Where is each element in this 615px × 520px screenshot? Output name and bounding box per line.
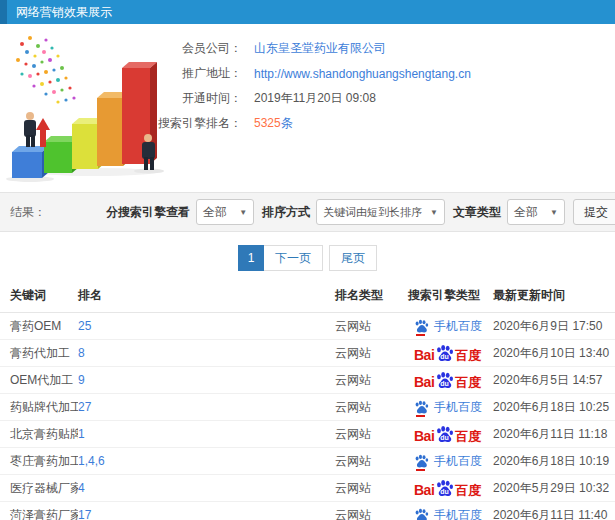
baidu-wordmark-bai: Bai [414,429,434,443]
engine-view-selected: 全部 [203,204,227,221]
info-value[interactable]: 山东皇圣堂药业有限公司 [254,40,386,57]
table-row: OEM代加工9云网站Baidu百度2020年6月5日 14:57 [0,367,615,394]
updated-cell: 2020年6月11日 11:40 [493,502,615,520]
rank-type-cell: 云网站 [335,340,408,367]
businessman-left [24,112,36,147]
baidu-wordmark-bai: Bai [414,483,434,497]
keyword-cell: 菏泽膏药厂家 [0,502,78,520]
rank-type-cell: 云网站 [335,502,408,520]
filter-controls: 分搜索引擎查看 全部 ▼ 排序方式 关键词由短到长排序 ▼ 文章类型 全部 ▼ … [98,199,605,225]
baidu-paw-icon: du [435,425,454,443]
column-header: 关键词 [0,279,78,313]
updated-cell: 2020年6月11日 11:18 [493,421,615,448]
engine-view-label: 分搜索引擎查看 [106,204,190,221]
keyword-cell: 膏药OEM [0,313,78,340]
mobile-baidu-label: 手机百度 [434,318,482,335]
info-label: 开通时间： [152,90,242,107]
baidu-wordmark-cn: 百度 [455,376,481,389]
mobile-baidu-logo: 手机百度 [408,453,493,470]
baidu-paw-icon: du [435,371,454,389]
engine-cell: Baidu百度 [408,475,493,502]
rank-cell: 8 [78,340,335,367]
updated-cell: 2020年6月18日 10:19 [493,448,615,475]
chart-bars [12,62,157,178]
rank-link[interactable]: 27 [78,400,91,414]
updated-cell: 2020年6月18日 10:25 [493,394,615,421]
engine-cell: 手机百度 [408,394,493,421]
rank-type-cell: 云网站 [335,367,408,394]
info-value[interactable]: http://www.shandonghuangshengtang.cn [254,67,471,81]
keyword-cell: 医疗器械厂家 [0,475,78,502]
sort-select[interactable]: 关键词由短到长排序 ▼ [316,199,445,225]
baidu-logo: Baidu百度 [408,344,493,362]
rank-type-cell: 云网站 [335,448,408,475]
submit-button[interactable]: 提交 [573,199,615,225]
info-label: 会员公司： [152,40,242,57]
article-type-select[interactable]: 全部 ▼ [507,199,565,225]
table-row: 膏药OEM25云网站手机百度2020年6月9日 17:50 [0,313,615,340]
column-header: 搜索引擎类型 [408,279,493,313]
info-row: 推广地址：http://www.shandonghuangshengtang.c… [152,61,615,86]
mobile-baidu-logo: 手机百度 [408,399,493,416]
mobile-baidu-label: 手机百度 [434,507,482,520]
info-value-suffix: 条 [281,116,293,130]
mobile-baidu-logo: 手机百度 [408,318,493,335]
next-page-button[interactable]: 下一页 [264,245,323,271]
info-row: 会员公司：山东皇圣堂药业有限公司 [152,36,615,61]
sort-selected: 关键词由短到长排序 [323,205,422,220]
rank-link[interactable]: 25 [78,319,91,333]
rank-link[interactable]: 1,4,6 [78,454,105,468]
baidu-wordmark-bai: Bai [414,348,434,362]
baidu-wordmark-du: du [440,380,449,387]
result-label: 结果： [10,204,46,221]
updated-cell: 2020年6月10日 13:40 [493,340,615,367]
rank-cell: 4 [78,475,335,502]
rank-type-cell: 云网站 [335,421,408,448]
table-header-row: 关键词排名排名类型搜索引擎类型最新更新时间 [0,279,615,313]
article-type-selected: 全部 [514,204,538,221]
engine-cell: 手机百度 [408,313,493,340]
chevron-down-icon: ▼ [550,208,558,217]
pagination: 1 下一页 尾页 [0,245,615,271]
rank-type-cell: 云网站 [335,313,408,340]
bar-chart-illustration-svg [0,30,175,182]
rank-cell: 27 [78,394,335,421]
baidu-paw-icon [414,319,429,333]
updated-cell: 2020年5月29日 10:32 [493,475,615,502]
table-row: 药贴牌代加工27云网站手机百度2020年6月18日 10:25 [0,394,615,421]
info-row: 开通时间：2019年11月20日 09:08 [152,86,615,111]
info-label: 推广地址： [152,65,242,82]
rank-type-cell: 云网站 [335,394,408,421]
engine-cell: 手机百度 [408,448,493,475]
results-tbody: 膏药OEM25云网站手机百度2020年6月9日 17:50膏药代加工8云网站Ba… [0,313,615,520]
keyword-cell: 北京膏药贴牌 [0,421,78,448]
column-header: 排名类型 [335,279,408,313]
baidu-paw-icon [414,400,429,414]
baidu-paw-icon [414,508,429,520]
column-header: 最新更新时间 [493,279,615,313]
rank-link[interactable]: 1 [78,427,85,441]
rank-cell: 25 [78,313,335,340]
filter-bar: 结果： 分搜索引擎查看 全部 ▼ 排序方式 关键词由短到长排序 ▼ 文章类型 全… [0,192,615,232]
page-button-current[interactable]: 1 [238,245,264,271]
rank-link[interactable]: 4 [78,481,85,495]
page-title: 网络营销效果展示 [16,5,112,19]
info-list: 会员公司：山东皇圣堂药业有限公司推广地址：http://www.shandong… [152,24,615,192]
rank-link[interactable]: 9 [78,373,85,387]
mobile-baidu-logo: 手机百度 [408,507,493,520]
keyword-cell: OEM代加工 [0,367,78,394]
info-label: 搜索引擎排名： [152,115,242,132]
baidu-wordmark-du: du [440,488,449,495]
baidu-paw-icon: du [435,479,454,497]
rank-cell: 1 [78,421,335,448]
engine-view-select[interactable]: 全部 ▼ [196,199,254,225]
column-header: 排名 [78,279,335,313]
last-page-button[interactable]: 尾页 [329,245,377,271]
info-value: 5325条 [254,115,293,132]
rank-cell: 1,4,6 [78,448,335,475]
info-value: 2019年11月20日 09:08 [254,90,376,107]
rank-link[interactable]: 17 [78,508,91,520]
rank-link[interactable]: 8 [78,346,85,360]
baidu-wordmark-du: du [440,353,449,360]
table-row: 枣庄膏药加工1,4,6云网站手机百度2020年6月18日 10:19 [0,448,615,475]
